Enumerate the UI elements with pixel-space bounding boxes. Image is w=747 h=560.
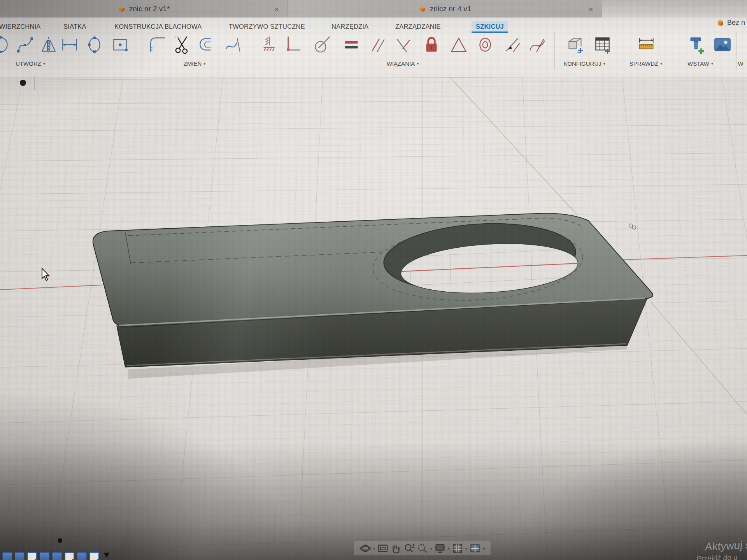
chevron-down-icon: ▾: [603, 61, 605, 66]
fusion360-app-window: znic nr 2 v1* × znicz nr 4 v1 × Bez n WI…: [0, 0, 747, 560]
document-tab-label: znic nr 2 v1*: [129, 5, 170, 13]
trim-scissors-icon[interactable]: [171, 32, 194, 57]
look-at-icon[interactable]: [377, 542, 389, 554]
timeline-feature-icon[interactable]: [40, 552, 49, 560]
fusion-document-icon: [118, 5, 126, 13]
dimension-icon[interactable]: [58, 32, 81, 57]
configure-table-icon[interactable]: [591, 32, 614, 57]
measure-ruler-icon[interactable]: [635, 32, 658, 57]
timeline-feature-icon[interactable]: [2, 552, 12, 560]
spline-icon[interactable]: [14, 32, 37, 57]
browser-panel-stub[interactable]: [0, 76, 35, 90]
group-divider: [142, 33, 142, 70]
tangent-icon[interactable]: [310, 32, 333, 57]
insert-bolt-icon[interactable]: [685, 32, 707, 57]
project-spline-icon[interactable]: [222, 32, 244, 57]
parallel-icon[interactable]: [366, 32, 389, 57]
ribbon-tab-siatka[interactable]: SIATKA: [63, 23, 86, 30]
polygon-icon[interactable]: [447, 32, 470, 57]
chevron-down-icon: ▾: [417, 61, 419, 66]
document-tab-label: znicz nr 4 v1: [430, 5, 472, 13]
group-divider: [554, 33, 555, 70]
pan-icon[interactable]: [390, 542, 402, 554]
group-divider: [736, 33, 737, 70]
document-tab-1[interactable]: znic nr 2 v1* ×: [0, 0, 288, 18]
ribbon-tab-tworzywo-sztuczne[interactable]: TWORZYWO SZTUCZNE: [229, 23, 305, 30]
ribbon-toolbar: WIERZCHNIASIATKAKONSTRUKCJA BLACHOWATWOR…: [0, 18, 747, 77]
ribbon-tab-konstrukcja-blachowa[interactable]: KONSTRUKCJA BLACHOWA: [114, 23, 202, 30]
timeline-playhead-icon[interactable]: [103, 553, 110, 558]
equal-icon[interactable]: [340, 32, 363, 57]
ellipse-icon[interactable]: [83, 32, 106, 57]
fillet-icon[interactable]: [146, 32, 169, 57]
zoom-icon[interactable]: [403, 542, 415, 554]
windows-activation-watermark: Aktywuj s: [705, 539, 747, 553]
chevron-down-icon[interactable]: ▾: [448, 546, 450, 551]
display-settings-icon[interactable]: [434, 542, 446, 554]
chevron-down-icon[interactable]: ▾: [465, 546, 467, 551]
fix-ground-icon[interactable]: [257, 32, 279, 57]
mirror-icon[interactable]: [37, 32, 60, 57]
chevron-down-icon: ▾: [203, 61, 205, 66]
group-divider: [621, 33, 621, 70]
ribbon-tab-zarządzanie[interactable]: ZARZĄDZANIE: [395, 23, 441, 30]
fusion-document-icon: [419, 5, 426, 13]
document-tab-bar: znic nr 2 v1* × znicz nr 4 v1 ×: [0, 0, 602, 18]
chevron-down-icon[interactable]: ▾: [483, 546, 485, 551]
chevron-down-icon: ▾: [660, 61, 662, 66]
viewports-icon[interactable]: [469, 542, 481, 554]
timeline-feature-icon[interactable]: [89, 552, 99, 560]
perpendicular-icon[interactable]: [392, 32, 415, 57]
group-dropdown-sprawdź[interactable]: SPRAWDŹ▾: [630, 60, 662, 67]
view-navigation-bar: ▾▾▾▾▾: [354, 541, 491, 555]
chevron-down-icon: ▾: [43, 61, 45, 66]
untitled-document-label: Bez n: [727, 19, 745, 27]
group-dropdown-utwórz[interactable]: UTWÓRZ▾: [16, 60, 45, 67]
group-dropdown-wstaw[interactable]: WSTAW▾: [687, 60, 713, 67]
fit-icon[interactable]: [417, 542, 428, 554]
tab-bar-right-area: [602, 0, 747, 18]
offset-icon[interactable]: [196, 32, 219, 57]
ribbon-tab-wierzchnia[interactable]: WIERZCHNIA: [0, 23, 41, 30]
arc-icon[interactable]: [0, 32, 12, 57]
group-dropdown-wiązania[interactable]: WIĄZANIA▾: [387, 60, 419, 67]
insert-image-icon[interactable]: [711, 32, 734, 57]
timeline-feature-icon[interactable]: [77, 552, 87, 560]
fusion-document-icon: [717, 19, 724, 27]
group-divider: [255, 33, 255, 70]
midpoint-icon[interactable]: [501, 32, 524, 57]
feature-timeline: [0, 552, 110, 560]
curvature-icon[interactable]: [526, 32, 549, 57]
timeline-feature-icon[interactable]: [65, 552, 74, 560]
group-divider: [676, 33, 676, 70]
close-icon[interactable]: ×: [589, 5, 593, 13]
orbit-icon[interactable]: [359, 542, 371, 554]
rectangle-icon[interactable]: [109, 32, 132, 57]
timeline-dot-icon: [58, 538, 62, 543]
ribbon-tab-szkicuj[interactable]: SZKICUJ: [472, 21, 508, 33]
group-dropdown-w[interactable]: W: [738, 60, 745, 67]
record-dot-icon: [20, 80, 26, 86]
close-icon[interactable]: ×: [274, 5, 279, 13]
configure-cube-icon[interactable]: [564, 32, 587, 57]
concentric-icon[interactable]: [474, 32, 496, 57]
document-tab-2[interactable]: znicz nr 4 v1 ×: [288, 0, 602, 18]
chevron-down-icon[interactable]: ▾: [373, 546, 375, 551]
grid-settings-icon[interactable]: [452, 542, 463, 554]
chevron-down-icon: ▾: [711, 61, 713, 66]
group-dropdown-zmień[interactable]: ZMIEŃ▾: [184, 60, 206, 67]
horizontal-vertical-icon[interactable]: [281, 32, 303, 57]
untitled-document-badge[interactable]: Bez n: [717, 19, 745, 27]
group-dropdown-konfiguruj[interactable]: KONFIGURUJ▾: [563, 60, 605, 67]
timeline-feature-icon[interactable]: [15, 552, 25, 560]
model-viewport[interactable]: [0, 0, 747, 560]
chevron-down-icon[interactable]: ▾: [430, 546, 432, 551]
ribbon-tab-narzędzia[interactable]: NARZĘDZIA: [331, 23, 368, 30]
timeline-feature-icon[interactable]: [52, 552, 62, 560]
lock-icon[interactable]: [420, 32, 443, 57]
timeline-feature-icon[interactable]: [27, 552, 37, 560]
